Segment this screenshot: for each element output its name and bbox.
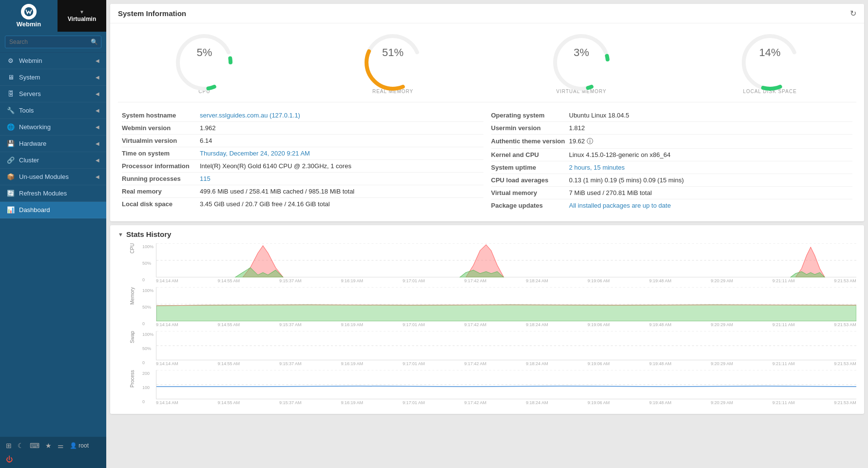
swap-chart-container: 100% 50% 0 9:14:14 AM 9:14:55 AM 9:15:37: [142, 331, 856, 366]
memory-y-labels: 100% 50% 0: [142, 287, 156, 327]
sidebar-item-unused-modules[interactable]: 📦 Un-used Modules ◀: [0, 169, 106, 185]
packages-val[interactable]: All installed packages are up to date: [569, 202, 853, 209]
sidebar-item-hardware[interactable]: 💾 Hardware ◀: [0, 136, 106, 152]
stats-title: Stats History: [126, 230, 172, 238]
virtualmin-button[interactable]: ▼ Virtualmin: [58, 0, 106, 32]
uptime-val[interactable]: 2 hours, 15 minutes: [569, 164, 853, 171]
hostname-val[interactable]: server.sslguides.com.au (127.0.1.1): [200, 112, 483, 119]
sidebar-item-tools-label: Tools: [19, 107, 96, 114]
webmin-nav-icon: ⚙: [7, 57, 15, 64]
virtual-memory-gauge: 3% VIRTUAL MEMORY: [487, 28, 676, 94]
sidebar-item-refresh-label: Refresh Modules: [19, 190, 99, 197]
columns-icon[interactable]: ⊞: [5, 441, 13, 450]
main-content: System Information ↻ 5% CPU: [106, 0, 868, 468]
webmin-version-val: 1.962: [200, 124, 483, 132]
local-disk-row: Local disk space 3.45 GiB used / 20.7 Gi…: [122, 198, 483, 210]
sidebar-item-cluster[interactable]: 🔗 Cluster ◀: [0, 152, 106, 169]
cpu-chart-row: CPU 100% 50% 0: [118, 243, 856, 283]
power-icon[interactable]: ⏻: [5, 454, 14, 464]
time-val[interactable]: Thursday, December 24, 2020 9:21 AM: [200, 150, 483, 157]
refresh-nav-icon: 🔄: [7, 190, 15, 197]
real-memory-row: Real memory 499.6 MiB used / 258.41 MiB …: [122, 185, 483, 198]
local-disk-key: Local disk space: [122, 200, 200, 208]
process-chart-inner: [156, 370, 856, 399]
os-row: Operating system Ubuntu Linux 18.04.5: [491, 109, 853, 122]
stats-history-panel: ▼ Stats History CPU 100% 50% 0: [110, 225, 864, 414]
packages-row: Package updates All installed packages a…: [491, 199, 853, 212]
memory-chart-inner: [156, 287, 856, 321]
processor-val: Intel(R) Xeon(R) Gold 6140 CPU @ 2.30GHz…: [200, 162, 483, 170]
system-info-title: System Information: [118, 9, 186, 18]
sidebar-item-system-label: System: [19, 74, 96, 81]
real-memory-gauge-wrap: 51%: [359, 28, 427, 87]
virtual-mem-row: Virtual memory 7 MiB used / 270.81 MiB t…: [491, 187, 853, 199]
cpu-chart-label: CPU: [118, 243, 142, 283]
gauges-row: 5% CPU 51% REAL MEMORY: [110, 23, 864, 102]
cluster-arrow-icon: ◀: [96, 157, 99, 163]
star-icon[interactable]: ★: [44, 441, 53, 450]
sidebar-item-servers[interactable]: 🗄 Servers ◀: [0, 86, 106, 102]
dashboard-nav-icon: 📊: [7, 206, 15, 214]
stats-header[interactable]: ▼ Stats History: [110, 225, 864, 243]
terminal-icon[interactable]: ⌨: [29, 441, 40, 450]
system-nav-icon: 🖥: [7, 74, 15, 81]
tools-arrow-icon: ◀: [96, 108, 99, 113]
sidebar-item-tools[interactable]: 🔧 Tools ◀: [0, 102, 106, 119]
sidebar-item-dashboard[interactable]: 📊 Dashboard: [0, 202, 106, 218]
uptime-key: System uptime: [491, 164, 569, 171]
sidebar-item-cluster-label: Cluster: [19, 156, 96, 164]
moon-icon[interactable]: ☾: [17, 441, 25, 450]
uptime-row: System uptime 2 hours, 15 minutes: [491, 161, 853, 174]
sidebar-item-webmin-label: Webmin: [19, 57, 96, 64]
search-input[interactable]: [5, 36, 101, 48]
load-row: CPU load averages 0.13 (1 min) 0.19 (5 m…: [491, 174, 853, 187]
real-memory-val: 499.6 MiB used / 258.41 MiB cached / 985…: [200, 188, 483, 195]
cpu-chart-container: 100% 50% 0: [142, 243, 856, 283]
process-y-labels: 200 100 0: [142, 370, 156, 405]
svg-point-1: [178, 36, 231, 89]
servers-nav-icon: 🗄: [7, 90, 15, 98]
sidebar-item-dashboard-label: Dashboard: [19, 206, 99, 214]
virtual-memory-gauge-value: 3%: [574, 46, 589, 59]
kernel-row: Kernel and CPU Linux 4.15.0-128-generic …: [491, 149, 853, 161]
system-info-panel: System Information ↻ 5% CPU: [110, 4, 864, 221]
refresh-button[interactable]: ↻: [850, 9, 856, 18]
webmin-arrow-icon: ◀: [96, 58, 99, 63]
sidebar-item-refresh-modules[interactable]: 🔄 Refresh Modules: [0, 185, 106, 202]
virtualmin-version-key: Virtualmin version: [122, 137, 200, 144]
processor-row: Processor information Intel(R) Xeon(R) G…: [122, 160, 483, 173]
processes-val[interactable]: 115: [200, 175, 483, 182]
process-chart-row: Process 200 100 0: [118, 370, 856, 405]
memory-chart-label: Memory: [118, 287, 142, 327]
networking-arrow-icon: ◀: [96, 124, 99, 130]
processes-row: Running processes 115: [122, 173, 483, 185]
real-memory-gauge-value: 51%: [382, 46, 404, 59]
os-key: Operating system: [491, 112, 569, 119]
time-row: Time on system Thursday, December 24, 20…: [122, 147, 483, 160]
sidebar-item-webmin[interactable]: ⚙ Webmin ◀: [0, 53, 106, 69]
sidebar-item-system[interactable]: 🖥 System ◀: [0, 69, 106, 86]
sliders-icon[interactable]: ⚌: [57, 441, 65, 450]
swap-chart-label: Swap: [118, 331, 142, 366]
real-memory-key: Real memory: [122, 188, 200, 195]
sidebar-item-networking[interactable]: 🌐 Networking ◀: [0, 119, 106, 136]
sidebar-top: Webmin ▼ Virtualmin: [0, 0, 106, 32]
webmin-label: Webmin: [17, 20, 41, 28]
processes-key: Running processes: [122, 175, 200, 182]
unused-arrow-icon: ◀: [96, 174, 99, 179]
process-chart-label: Process: [118, 370, 142, 405]
hardware-arrow-icon: ◀: [96, 141, 99, 146]
chart-area: CPU 100% 50% 0: [110, 243, 864, 414]
networking-nav-icon: 🌐: [7, 123, 15, 131]
cpu-gauge: 5% CPU: [110, 28, 299, 94]
disk-gauge-value: 14%: [759, 46, 781, 59]
search-icon: 🔍: [91, 39, 98, 45]
webmin-logo[interactable]: Webmin: [0, 0, 58, 32]
real-memory-gauge: 51% REAL MEMORY: [299, 28, 487, 94]
swap-y-labels: 100% 50% 0: [142, 331, 156, 366]
packages-key: Package updates: [491, 202, 569, 209]
usermin-key: Usermin version: [491, 124, 569, 132]
user-icon[interactable]: 👤 root: [69, 441, 90, 450]
kernel-val: Linux 4.15.0-128-generic on x86_64: [569, 151, 853, 158]
tools-nav-icon: 🔧: [7, 107, 15, 114]
